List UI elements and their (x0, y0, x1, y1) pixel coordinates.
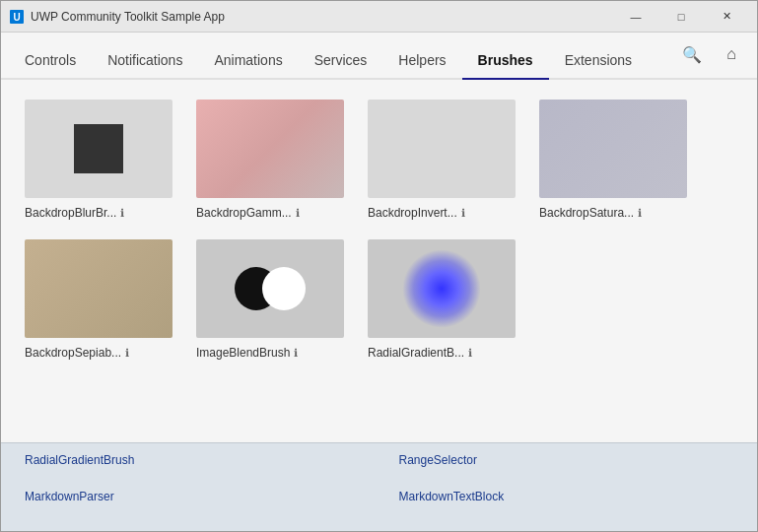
brush-label-sepia: BackdropSepiab... (25, 346, 121, 360)
brush-label-row-satura: BackdropSatura... ℹ (539, 206, 642, 220)
brush-preview-blur[interactable] (25, 100, 172, 198)
brush-label-satura: BackdropSatura... (539, 206, 634, 220)
brush-label-row-gamma: BackdropGamm... ℹ (196, 206, 300, 220)
brush-label-invert: BackdropInvert... (368, 206, 457, 220)
brush-item-satura: BackdropSatura... ℹ (539, 100, 687, 220)
brush-grid: BackdropBlurBr... ℹ BackdropGamm... ℹ (25, 100, 733, 360)
info-icon-gamma[interactable]: ℹ (296, 207, 300, 220)
app-icon: U (9, 9, 25, 25)
brush-preview-sepia[interactable] (25, 239, 172, 338)
blend-circles (231, 259, 310, 318)
info-icon-satura[interactable]: ℹ (638, 207, 642, 220)
info-icon-invert[interactable]: ℹ (461, 207, 465, 220)
bottom-panel: RadialGradientBrush RangeSelector Markdo… (1, 442, 757, 531)
brush-preview-blend[interactable] (196, 239, 344, 338)
info-icon-blur[interactable]: ℹ (120, 207, 124, 220)
svg-text:U: U (13, 12, 20, 23)
home-button[interactable]: ⌂ (714, 38, 749, 70)
brush-label-row-blur: BackdropBlurBr... ℹ (25, 206, 124, 220)
maximize-button[interactable]: □ (658, 1, 704, 33)
brush-label-gamma: BackdropGamm... (196, 206, 292, 220)
home-icon: ⌂ (726, 45, 736, 63)
search-button[interactable]: 🔍 (674, 38, 710, 70)
bottom-link-rangesel[interactable]: RangeSelector (399, 453, 734, 486)
tab-controls[interactable]: Controls (9, 42, 92, 80)
brush-label-row-sepia: BackdropSepiab... ℹ (25, 346, 129, 360)
search-icon: 🔍 (682, 45, 702, 64)
nav-actions: 🔍 ⌂ (674, 38, 749, 78)
brush-label-blur: BackdropBlurBr... (25, 206, 116, 220)
minimize-button[interactable]: — (613, 1, 658, 33)
brush-item-invert: BackdropInvert... ℹ (368, 100, 516, 220)
tab-animations[interactable]: Animations (198, 42, 298, 80)
brush-grid-area: BackdropBlurBr... ℹ BackdropGamm... ℹ (1, 80, 757, 442)
tab-brushes[interactable]: Brushes (462, 42, 549, 80)
app-window: U UWP Community Toolkit Sample App — □ ✕… (0, 0, 758, 532)
tab-extensions[interactable]: Extensions (549, 42, 648, 80)
brush-item-blend: ImageBlendBrush ℹ (196, 239, 344, 360)
brush-item-blur: BackdropBlurBr... ℹ (25, 100, 172, 220)
window-title: UWP Community Toolkit Sample App (31, 10, 225, 24)
tab-notifications[interactable]: Notifications (92, 42, 198, 80)
brush-item-radial: RadialGradientB... ℹ (368, 239, 516, 360)
brush-preview-satura[interactable] (539, 100, 687, 198)
title-bar-left: U UWP Community Toolkit Sample App (9, 9, 225, 25)
tab-services[interactable]: Services (299, 42, 383, 80)
nav-bar: Controls Notifications Animations Servic… (1, 33, 757, 80)
circle-right (262, 267, 306, 310)
nav-tabs: Controls Notifications Animations Servic… (9, 42, 648, 78)
close-button[interactable]: ✕ (704, 1, 749, 33)
brush-item-sepia: BackdropSepiab... ℹ (25, 239, 172, 360)
window-controls: — □ ✕ (613, 1, 749, 33)
brush-item-gamma: BackdropGamm... ℹ (196, 100, 344, 220)
bottom-link-markdowntextblock[interactable]: MarkdownTextBlock (399, 490, 734, 522)
brush-label-radial: RadialGradientB... (368, 346, 464, 360)
info-icon-radial[interactable]: ℹ (468, 347, 472, 360)
title-bar: U UWP Community Toolkit Sample App — □ ✕ (1, 1, 757, 33)
brush-preview-gamma[interactable] (196, 100, 344, 198)
radial-glow (402, 249, 481, 328)
blur-square (74, 124, 123, 173)
brush-preview-radial[interactable] (368, 239, 516, 338)
info-icon-sepia[interactable]: ℹ (125, 347, 129, 360)
bottom-link-markdownparser[interactable]: MarkdownParser (25, 490, 360, 522)
main-content: BackdropBlurBr... ℹ BackdropGamm... ℹ (1, 80, 757, 531)
tab-helpers[interactable]: Helpers (382, 42, 461, 80)
brush-preview-invert[interactable] (368, 100, 516, 198)
brush-label-row-blend: ImageBlendBrush ℹ (196, 346, 298, 360)
brush-label-row-radial: RadialGradientB... ℹ (368, 346, 472, 360)
brush-label-row-invert: BackdropInvert... ℹ (368, 206, 465, 220)
brush-label-blend: ImageBlendBrush (196, 346, 290, 360)
bottom-link-radial[interactable]: RadialGradientBrush (25, 453, 360, 486)
info-icon-blend[interactable]: ℹ (294, 347, 298, 360)
